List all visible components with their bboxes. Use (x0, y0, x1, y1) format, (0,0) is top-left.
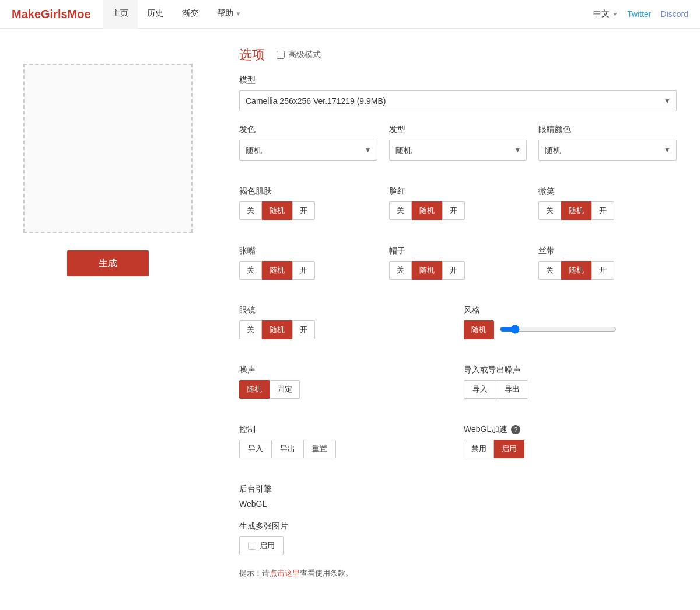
section-title-row: 选项 高级模式 (239, 46, 677, 64)
discord-link[interactable]: Discord (661, 9, 688, 19)
webgl-enable-btn[interactable]: 启用 (494, 440, 524, 458)
tan-field: 褐色肌肤 关 随机 开 (239, 186, 377, 220)
hat-random-btn[interactable]: 随机 (412, 261, 442, 280)
advanced-mode-checkbox[interactable] (276, 51, 285, 59)
nav-history[interactable]: 历史 (138, 0, 173, 29)
webgl-field: WebGL加速 ? 禁用 启用 (464, 424, 677, 458)
style-field: 风格 随机 (464, 305, 677, 339)
style-row: 随机 (464, 320, 677, 339)
backend-field: 后台引擎 WebGL (239, 484, 677, 508)
noise-label: 噪声 (239, 365, 452, 375)
open-mouth-toggle: 关 随机 开 (239, 261, 377, 280)
control-export-btn[interactable]: 导出 (272, 440, 304, 458)
row-tan-blush-smile: 褐色肌肤 关 随机 开 脸红 关 随机 开 微笑 关 随机 (239, 186, 677, 233)
control-group: 导入 导出 重置 (239, 440, 452, 458)
ribbon-field: 丝带 关 随机 开 (538, 246, 677, 280)
help-icon[interactable]: ? (511, 425, 520, 434)
glasses-random-btn[interactable]: 随机 (262, 320, 292, 339)
hair-style-select-wrapper: 随机 ▼ (389, 140, 527, 161)
control-reset-btn[interactable]: 重置 (304, 440, 336, 458)
noise-import-btn[interactable]: 导入 (464, 380, 496, 399)
glasses-on-btn[interactable]: 开 (292, 320, 315, 339)
hair-style-label: 发型 (389, 124, 527, 135)
tan-random-btn[interactable]: 随机 (262, 201, 292, 220)
hat-on-btn[interactable]: 开 (442, 261, 465, 280)
ribbon-random-btn[interactable]: 随机 (561, 261, 592, 280)
tan-toggle: 关 随机 开 (239, 201, 377, 220)
hair-style-select[interactable]: 随机 (389, 140, 527, 161)
multi-image-enable-btn[interactable]: 启用 (239, 536, 284, 555)
row-hair-eye: 发色 随机 ▼ 发型 随机 ▼ 眼睛颜色 (239, 124, 677, 173)
hair-color-field: 发色 随机 ▼ (239, 124, 377, 161)
noise-field: 噪声 随机 固定 (239, 365, 452, 399)
model-select-wrapper: Camellia 256x256 Ver.171219 (9.9MB) ▼ (239, 90, 677, 111)
image-preview (23, 64, 192, 233)
webgl-label: WebGL加速 (464, 424, 508, 435)
glasses-field: 眼镜 关 随机 开 (239, 305, 452, 339)
twitter-link[interactable]: Twitter (627, 9, 651, 19)
hair-color-select[interactable]: 随机 (239, 140, 377, 161)
tan-off-btn[interactable]: 关 (239, 201, 262, 220)
blush-random-btn[interactable]: 随机 (412, 201, 442, 220)
noise-import-export-field: 导入或导出噪声 导入 导出 (464, 365, 677, 399)
open-mouth-label: 张嘴 (239, 246, 377, 256)
hat-field: 帽子 关 随机 开 (389, 246, 527, 280)
webgl-disable-btn[interactable]: 禁用 (464, 440, 494, 458)
mouth-random-btn[interactable]: 随机 (262, 261, 292, 280)
mouth-off-btn[interactable]: 关 (239, 261, 262, 280)
advanced-mode-toggle[interactable]: 高级模式 (276, 50, 321, 60)
nav-home[interactable]: 主页 (103, 0, 138, 29)
control-import-btn[interactable]: 导入 (239, 440, 272, 458)
nav-gradient[interactable]: 渐变 (173, 0, 208, 29)
ribbon-toggle: 关 随机 开 (538, 261, 677, 280)
noise-export-btn[interactable]: 导出 (496, 380, 528, 399)
backend-value: WebGL (239, 499, 677, 508)
style-random-btn[interactable]: 随机 (464, 320, 494, 339)
style-range-input[interactable] (500, 325, 617, 334)
smile-label: 微笑 (538, 186, 677, 197)
blush-toggle: 关 随机 开 (389, 201, 527, 220)
noise-random-btn[interactable]: 随机 (239, 380, 270, 399)
right-panel: 选项 高级模式 模型 Camellia 256x256 Ver.171219 (… (216, 29, 700, 610)
generate-button[interactable]: 生成 (67, 250, 149, 276)
nav-help[interactable]: 帮助 ▼ (208, 0, 251, 29)
ribbon-on-btn[interactable]: 开 (592, 261, 614, 280)
language-selector[interactable]: 中文 ▼ (593, 9, 618, 19)
eye-color-field: 眼睛颜色 随机 ▼ (538, 124, 677, 161)
blush-off-btn[interactable]: 关 (389, 201, 412, 220)
header-right: 中文 ▼ Twitter Discord (593, 9, 688, 19)
header: MakeGirlsMoe 主页 历史 渐变 帮助 ▼ 中文 ▼ Twitter … (0, 0, 700, 29)
noise-fixed-btn[interactable]: 固定 (270, 380, 300, 399)
noise-import-export-group: 导入 导出 (464, 380, 677, 399)
row-control-webgl: 控制 导入 导出 重置 WebGL加速 ? 禁用 启用 (239, 424, 677, 471)
ribbon-off-btn[interactable]: 关 (538, 261, 561, 280)
main-content: 生成 选项 高级模式 模型 Camellia 256x256 Ver.17121… (0, 29, 700, 610)
hat-off-btn[interactable]: 关 (389, 261, 412, 280)
mouth-on-btn[interactable]: 开 (292, 261, 315, 280)
eye-color-select[interactable]: 随机 (538, 140, 677, 161)
webgl-toggle: 禁用 启用 (464, 440, 677, 458)
model-field: 模型 Camellia 256x256 Ver.171219 (9.9MB) ▼ (239, 75, 677, 111)
hair-color-select-wrapper: 随机 ▼ (239, 140, 377, 161)
tan-on-btn[interactable]: 开 (292, 201, 315, 220)
noise-import-export-label: 导入或导出噪声 (464, 365, 677, 375)
smile-random-btn[interactable]: 随机 (561, 201, 592, 220)
style-label: 风格 (464, 305, 677, 316)
tan-label: 褐色肌肤 (239, 186, 377, 197)
blush-on-btn[interactable]: 开 (442, 201, 465, 220)
smile-off-btn[interactable]: 关 (538, 201, 561, 220)
smile-on-btn[interactable]: 开 (592, 201, 614, 220)
blush-label: 脸红 (389, 186, 527, 197)
logo: MakeGirlsMoe (12, 8, 91, 21)
ribbon-label: 丝带 (538, 246, 677, 256)
multi-image-field: 生成多张图片 启用 (239, 521, 677, 555)
glasses-off-btn[interactable]: 关 (239, 320, 262, 339)
glasses-label: 眼镜 (239, 305, 452, 316)
model-select[interactable]: Camellia 256x256 Ver.171219 (9.9MB) (239, 90, 677, 111)
webgl-label-row: WebGL加速 ? (464, 424, 677, 435)
eye-color-label: 眼睛颜色 (538, 124, 677, 135)
smile-field: 微笑 关 随机 开 (538, 186, 677, 220)
hair-color-label: 发色 (239, 124, 377, 135)
tips-link[interactable]: 点击这里 (270, 569, 300, 577)
control-field: 控制 导入 导出 重置 (239, 424, 452, 458)
